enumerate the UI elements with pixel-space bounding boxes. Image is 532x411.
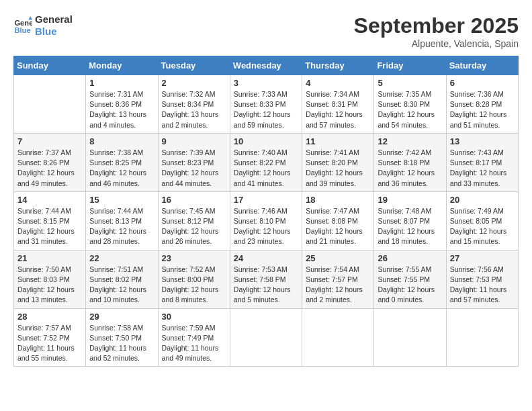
day-info: Sunrise: 7:52 AMSunset: 8:00 PMDaylight:…	[162, 265, 226, 306]
calendar-cell: 15Sunrise: 7:44 AMSunset: 8:13 PMDayligh…	[86, 191, 158, 250]
weekday-header-monday: Monday	[86, 56, 158, 75]
day-info: Sunrise: 7:59 AMSunset: 7:49 PMDaylight:…	[162, 323, 226, 364]
day-info: Sunrise: 7:48 AMSunset: 8:07 PMDaylight:…	[378, 206, 442, 247]
day-number: 19	[378, 195, 442, 205]
location: Alpuente, Valencia, Spain	[354, 38, 519, 49]
logo-text-blue: Blue	[35, 26, 73, 38]
calendar-cell: 9Sunrise: 7:39 AMSunset: 8:23 PMDaylight…	[158, 133, 230, 191]
day-number: 25	[306, 253, 370, 263]
calendar-cell: 29Sunrise: 7:58 AMSunset: 7:50 PMDayligh…	[86, 308, 158, 367]
day-number: 29	[89, 312, 154, 322]
day-number: 10	[234, 136, 298, 146]
calendar-cell: 16Sunrise: 7:45 AMSunset: 8:12 PMDayligh…	[158, 191, 230, 250]
day-number: 22	[89, 253, 154, 263]
week-row-4: 21Sunrise: 7:50 AMSunset: 8:03 PMDayligh…	[14, 250, 519, 308]
calendar-cell: 8Sunrise: 7:38 AMSunset: 8:25 PMDaylight…	[86, 133, 158, 191]
day-number: 24	[234, 253, 298, 263]
calendar-cell: 25Sunrise: 7:54 AMSunset: 7:57 PMDayligh…	[302, 250, 374, 308]
day-number: 21	[17, 253, 82, 263]
day-info: Sunrise: 7:58 AMSunset: 7:50 PMDaylight:…	[89, 323, 154, 364]
weekday-header-tuesday: Tuesday	[158, 56, 230, 75]
calendar-cell: 26Sunrise: 7:55 AMSunset: 7:55 PMDayligh…	[374, 250, 446, 308]
day-number: 26	[378, 253, 442, 263]
calendar-cell: 30Sunrise: 7:59 AMSunset: 7:49 PMDayligh…	[158, 308, 230, 367]
day-info: Sunrise: 7:55 AMSunset: 7:55 PMDaylight:…	[378, 265, 442, 306]
calendar-cell: 28Sunrise: 7:57 AMSunset: 7:52 PMDayligh…	[14, 308, 86, 367]
day-number: 5	[378, 78, 442, 88]
page-header: General Blue General Blue September 2025…	[13, 13, 519, 49]
day-number: 23	[162, 253, 226, 263]
calendar-cell: 22Sunrise: 7:51 AMSunset: 8:02 PMDayligh…	[86, 250, 158, 308]
month-title: September 2025	[354, 13, 519, 38]
calendar-cell: 6Sunrise: 7:36 AMSunset: 8:28 PMDaylight…	[446, 75, 518, 134]
calendar-cell: 12Sunrise: 7:42 AMSunset: 8:18 PMDayligh…	[374, 133, 446, 191]
day-info: Sunrise: 7:49 AMSunset: 8:05 PMDaylight:…	[450, 206, 515, 247]
day-number: 20	[450, 195, 515, 205]
day-info: Sunrise: 7:35 AMSunset: 8:30 PMDaylight:…	[378, 89, 442, 130]
day-number: 30	[162, 312, 226, 322]
svg-text:Blue: Blue	[14, 26, 30, 34]
weekday-header-thursday: Thursday	[302, 56, 374, 75]
calendar-cell: 1Sunrise: 7:31 AMSunset: 8:36 PMDaylight…	[86, 75, 158, 134]
day-info: Sunrise: 7:38 AMSunset: 8:25 PMDaylight:…	[89, 148, 154, 189]
svg-marker-2	[28, 16, 32, 20]
logo: General Blue General Blue	[13, 13, 73, 38]
calendar-cell: 14Sunrise: 7:44 AMSunset: 8:15 PMDayligh…	[14, 191, 86, 250]
week-row-3: 14Sunrise: 7:44 AMSunset: 8:15 PMDayligh…	[14, 191, 519, 250]
day-number: 15	[89, 195, 154, 205]
day-info: Sunrise: 7:47 AMSunset: 8:08 PMDaylight:…	[306, 206, 370, 247]
day-info: Sunrise: 7:46 AMSunset: 8:10 PMDaylight:…	[234, 206, 298, 247]
day-number: 27	[450, 253, 515, 263]
title-block: September 2025 Alpuente, Valencia, Spain	[354, 13, 519, 49]
calendar-cell: 11Sunrise: 7:41 AMSunset: 8:20 PMDayligh…	[302, 133, 374, 191]
calendar-cell	[374, 308, 446, 367]
day-info: Sunrise: 7:36 AMSunset: 8:28 PMDaylight:…	[450, 89, 515, 130]
day-info: Sunrise: 7:44 AMSunset: 8:13 PMDaylight:…	[89, 206, 154, 247]
day-number: 3	[234, 78, 298, 88]
week-row-2: 7Sunrise: 7:37 AMSunset: 8:26 PMDaylight…	[14, 133, 519, 191]
calendar-cell: 7Sunrise: 7:37 AMSunset: 8:26 PMDaylight…	[14, 133, 86, 191]
day-info: Sunrise: 7:53 AMSunset: 7:58 PMDaylight:…	[234, 265, 298, 306]
day-info: Sunrise: 7:39 AMSunset: 8:23 PMDaylight:…	[162, 148, 226, 189]
svg-text:General: General	[14, 19, 32, 27]
day-number: 28	[17, 312, 82, 322]
day-number: 13	[450, 136, 515, 146]
day-number: 1	[89, 78, 154, 88]
day-number: 6	[450, 78, 515, 88]
calendar-cell: 24Sunrise: 7:53 AMSunset: 7:58 PMDayligh…	[230, 250, 302, 308]
day-info: Sunrise: 7:43 AMSunset: 8:17 PMDaylight:…	[450, 148, 515, 189]
weekday-header-sunday: Sunday	[14, 56, 86, 75]
day-info: Sunrise: 7:56 AMSunset: 7:53 PMDaylight:…	[450, 265, 515, 306]
calendar-cell: 13Sunrise: 7:43 AMSunset: 8:17 PMDayligh…	[446, 133, 518, 191]
calendar-cell: 21Sunrise: 7:50 AMSunset: 8:03 PMDayligh…	[14, 250, 86, 308]
header-row: SundayMondayTuesdayWednesdayThursdayFrid…	[14, 56, 519, 75]
day-info: Sunrise: 7:57 AMSunset: 7:52 PMDaylight:…	[17, 323, 82, 364]
day-info: Sunrise: 7:41 AMSunset: 8:20 PMDaylight:…	[306, 148, 370, 189]
calendar-cell: 18Sunrise: 7:47 AMSunset: 8:08 PMDayligh…	[302, 191, 374, 250]
calendar-cell: 17Sunrise: 7:46 AMSunset: 8:10 PMDayligh…	[230, 191, 302, 250]
day-number: 2	[162, 78, 226, 88]
calendar-cell: 2Sunrise: 7:32 AMSunset: 8:34 PMDaylight…	[158, 75, 230, 134]
calendar-cell: 3Sunrise: 7:33 AMSunset: 8:33 PMDaylight…	[230, 75, 302, 134]
day-info: Sunrise: 7:51 AMSunset: 8:02 PMDaylight:…	[89, 265, 154, 306]
day-number: 9	[162, 136, 226, 146]
day-number: 7	[17, 136, 82, 146]
logo-text-general: General	[35, 13, 73, 26]
calendar-cell	[446, 308, 518, 367]
day-info: Sunrise: 7:34 AMSunset: 8:31 PMDaylight:…	[306, 89, 370, 130]
calendar-cell	[230, 308, 302, 367]
day-info: Sunrise: 7:54 AMSunset: 7:57 PMDaylight:…	[306, 265, 370, 306]
day-number: 8	[89, 136, 154, 146]
calendar-cell: 4Sunrise: 7:34 AMSunset: 8:31 PMDaylight…	[302, 75, 374, 134]
calendar-cell: 27Sunrise: 7:56 AMSunset: 7:53 PMDayligh…	[446, 250, 518, 308]
weekday-header-friday: Friday	[374, 56, 446, 75]
day-info: Sunrise: 7:50 AMSunset: 8:03 PMDaylight:…	[17, 265, 82, 306]
weekday-header-saturday: Saturday	[446, 56, 518, 75]
day-number: 18	[306, 195, 370, 205]
day-info: Sunrise: 7:44 AMSunset: 8:15 PMDaylight:…	[17, 206, 82, 247]
day-info: Sunrise: 7:40 AMSunset: 8:22 PMDaylight:…	[234, 148, 298, 189]
day-number: 11	[306, 136, 370, 146]
week-row-5: 28Sunrise: 7:57 AMSunset: 7:52 PMDayligh…	[14, 308, 519, 367]
calendar-cell: 20Sunrise: 7:49 AMSunset: 8:05 PMDayligh…	[446, 191, 518, 250]
day-number: 16	[162, 195, 226, 205]
